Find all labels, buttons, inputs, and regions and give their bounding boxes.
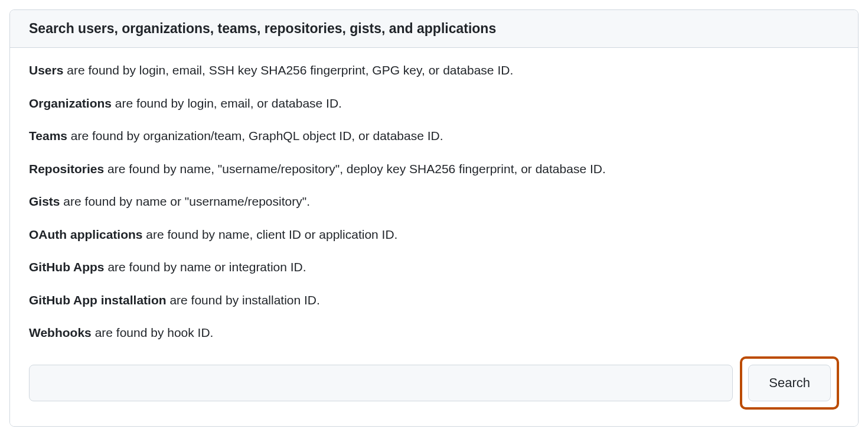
panel-header: Search users, organizations, teams, repo… [10,10,858,48]
desc-text: are found by name or integration ID. [105,260,306,274]
desc-label: Webhooks [29,326,92,339]
desc-text: are found by hook ID. [92,326,214,339]
search-button-highlight: Search [740,356,839,410]
desc-text: are found by name, "username/repository"… [104,162,606,176]
desc-label: Users [29,63,63,77]
desc-label: GitHub App installation [29,293,167,307]
panel-body: Users are found by login, email, SSH key… [10,48,858,426]
desc-gists: Gists are found by name or "username/rep… [29,192,839,211]
desc-github-app-installation: GitHub App installation are found by ins… [29,291,839,310]
panel-title: Search users, organizations, teams, repo… [29,21,839,37]
desc-users: Users are found by login, email, SSH key… [29,61,839,80]
desc-label: Teams [29,129,67,142]
search-panel: Search users, organizations, teams, repo… [9,9,859,427]
desc-text: are found by name or "username/repositor… [60,194,310,208]
desc-github-apps: GitHub Apps are found by name or integra… [29,258,839,277]
desc-teams: Teams are found by organization/team, Gr… [29,126,839,145]
desc-repositories: Repositories are found by name, "usernam… [29,160,839,178]
desc-label: Repositories [29,162,104,176]
desc-text: are found by login, email, SSH key SHA25… [63,63,513,77]
desc-oauth-applications: OAuth applications are found by name, cl… [29,225,839,244]
desc-text: are found by installation ID. [167,293,320,307]
desc-text: are found by name, client ID or applicat… [143,228,398,241]
desc-webhooks: Webhooks are found by hook ID. [29,323,839,342]
search-row: Search [29,356,839,410]
search-input[interactable] [29,365,733,401]
desc-label: Organizations [29,96,112,110]
desc-organizations: Organizations are found by login, email,… [29,94,839,113]
desc-label: GitHub Apps [29,260,105,274]
desc-label: Gists [29,194,60,208]
desc-text: are found by login, email, or database I… [112,96,342,110]
desc-label: OAuth applications [29,228,143,241]
desc-text: are found by organization/team, GraphQL … [67,129,443,142]
search-button[interactable]: Search [748,365,831,401]
